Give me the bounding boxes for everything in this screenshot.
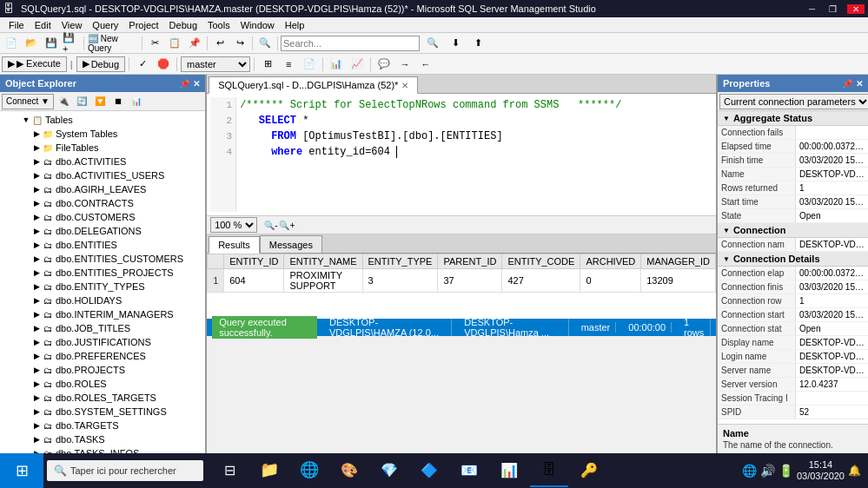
show-stats-btn[interactable]: 📈 (348, 56, 367, 73)
debug-btn[interactable]: ▶ Debug (76, 56, 125, 72)
search-btn[interactable]: 🔍 (255, 35, 275, 52)
menu-file[interactable]: File (3, 17, 30, 32)
holidays-expand[interactable]: ▶ (31, 295, 42, 306)
system-expand[interactable]: ▶ (31, 129, 42, 139)
query-tab[interactable]: SQLQuery1.sql - D...DGLPIS\Hamza (52)* ✕ (209, 76, 418, 94)
taskbar-item-app2[interactable]: 🔑 (570, 454, 608, 487)
zoom-out-btn[interactable]: 🔍- (264, 221, 277, 230)
outdent-btn[interactable]: ← (416, 56, 435, 73)
comment-btn[interactable]: 💬 (374, 56, 394, 73)
col-entity-id[interactable]: ENTITY_ID (224, 254, 284, 269)
zoom-in-btn[interactable]: 🔍+ (279, 221, 295, 230)
oe-report-btn[interactable]: 📊 (128, 94, 145, 109)
sql-editor[interactable]: 1 2 3 4 /****** Script for SelectTopNRow… (207, 94, 716, 215)
taskbar-item-ps[interactable]: 🎨 (330, 454, 368, 487)
new-file-btn[interactable]: 📄 (2, 35, 21, 52)
entities-node[interactable]: ▶ 🗂 dbo.ENTITIES (0, 238, 205, 252)
contracts-node[interactable]: ▶ 🗂 dbo.CONTRACTS (0, 196, 205, 210)
menu-project[interactable]: Project (123, 17, 163, 32)
customers-expand[interactable]: ▶ (31, 212, 42, 222)
search-next-btn[interactable]: ⬇ (446, 35, 465, 52)
taskbar-item-ai[interactable]: 💎 (370, 454, 408, 487)
oe-stop-btn[interactable]: ⏹ (109, 94, 127, 109)
menu-help[interactable]: Help (280, 17, 310, 32)
oe-refresh-btn[interactable]: 🔄 (73, 94, 90, 109)
copy-btn[interactable]: 📋 (165, 35, 184, 52)
pref-expand[interactable]: ▶ (31, 351, 42, 361)
close-btn[interactable]: ✕ (847, 4, 865, 14)
activities-expand[interactable]: ▶ (31, 156, 42, 167)
connect-button[interactable]: Connect ▼ (2, 94, 54, 109)
tasks-info-node[interactable]: ▶ 🗂 dbo.TASKS_INFOS (0, 446, 205, 453)
cell-entity-type[interactable]: 3 (362, 269, 438, 293)
conn-details-section[interactable]: ▼ Connection Details (718, 252, 868, 267)
activities-users-node[interactable]: ▶ 🗂 dbo.ACTIVITIES_USERS (0, 168, 205, 182)
cell-entity-code[interactable]: 427 (502, 269, 580, 293)
menu-edit[interactable]: Edit (30, 17, 56, 32)
minimize-btn[interactable]: ─ (805, 4, 818, 14)
agirh-node[interactable]: ▶ 🗂 dbo.AGIRH_LEAVES (0, 182, 205, 196)
zoom-select[interactable]: 100 % (210, 217, 257, 233)
roles-expand[interactable]: ▶ (31, 379, 42, 389)
activities-node[interactable]: ▶ 🗂 dbo.ACTIVITIES (0, 155, 205, 168)
roles-node[interactable]: ▶ 🗂 dbo.ROLES (0, 377, 205, 391)
cell-entity-name[interactable]: PROXIMITY SUPPORT (284, 269, 362, 293)
entities-expand[interactable]: ▶ (31, 240, 42, 250)
col-entity-type[interactable]: ENTITY_TYPE (362, 254, 438, 269)
open-btn[interactable]: 📂 (22, 35, 41, 52)
taskbar-item-excel[interactable]: 📊 (490, 454, 528, 487)
search-input[interactable] (281, 36, 420, 51)
ent-proj-expand[interactable]: ▶ (31, 267, 42, 278)
query-tab-close[interactable]: ✕ (401, 81, 408, 90)
just-node[interactable]: ▶ 🗂 dbo.JUSTIFICATIONS (0, 335, 205, 349)
oe-filter-btn[interactable]: 🔽 (91, 94, 109, 109)
editor-content[interactable]: /****** Script for SelectTopNRows comman… (236, 97, 712, 212)
col-archived[interactable]: ARCHIVED (580, 254, 641, 269)
menu-view[interactable]: View (56, 17, 88, 32)
taskbar-item-ssms[interactable]: 🗄 (530, 454, 568, 487)
taskbar-item-taskview[interactable]: ⊟ (210, 454, 248, 487)
sys-expand[interactable]: ▶ (31, 406, 42, 417)
results-tab[interactable]: Results (209, 236, 260, 254)
file-expand[interactable]: ▶ (31, 142, 42, 153)
paste-btn[interactable]: 📌 (185, 35, 204, 52)
col-parent-id[interactable]: PARENT_ID (438, 254, 502, 269)
tables-expand[interactable]: ▼ (21, 115, 31, 125)
new-query-btn[interactable]: 🔤 New Query (87, 35, 139, 52)
save-all-btn[interactable]: 💾+ (62, 35, 81, 52)
cell-entity-id[interactable]: 604 (224, 269, 284, 293)
tables-node[interactable]: ▼ 📋 Tables (0, 113, 205, 127)
search-prev-btn[interactable]: ⬆ (468, 35, 487, 52)
oe-close-btn[interactable]: ✕ (193, 79, 200, 89)
system-tables-node[interactable]: ▶ 📁 System Tables (0, 127, 205, 141)
search-go-btn[interactable]: 🔍 (423, 35, 442, 52)
targets-expand[interactable]: ▶ (31, 420, 42, 431)
pref-node[interactable]: ▶ 🗂 dbo.PREFERENCES (0, 349, 205, 363)
act-users-expand[interactable]: ▶ (31, 170, 42, 181)
prop-pin-btn[interactable]: 📌 (842, 79, 852, 89)
taskbar-clock[interactable]: 15:14 03/03/2020 (797, 459, 845, 482)
save-btn[interactable]: 💾 (42, 35, 61, 52)
prop-close-btn[interactable]: ✕ (856, 79, 863, 89)
taskbar-item-edge[interactable]: 🌐 (290, 454, 328, 487)
parse-btn[interactable]: ✓ (133, 56, 152, 73)
start-button[interactable]: ⊞ (0, 453, 43, 488)
delegations-expand[interactable]: ▶ (31, 226, 42, 236)
include-plan-btn[interactable]: 📊 (327, 56, 346, 73)
menu-window[interactable]: Window (235, 17, 280, 32)
col-entity-code[interactable]: ENTITY_CODE (502, 254, 580, 269)
interim-node[interactable]: ▶ 🗂 dbo.INTERIM_MANAGERS (0, 307, 205, 321)
cell-manager-id[interactable]: 13209 (641, 269, 716, 293)
results-grid-btn[interactable]: ⊞ (258, 56, 277, 73)
taskbar-item-vs[interactable]: 🔷 (410, 454, 448, 487)
cancel-btn[interactable]: 🛑 (154, 56, 173, 73)
redo-btn[interactable]: ↪ (230, 35, 249, 52)
menu-tools[interactable]: Tools (202, 17, 235, 32)
job-expand[interactable]: ▶ (31, 323, 42, 333)
notification-icon[interactable]: 🔔 (848, 465, 861, 477)
agirh-expand[interactable]: ▶ (31, 184, 42, 195)
results-file-btn[interactable]: 📄 (300, 56, 319, 73)
results-text-btn[interactable]: ≡ (279, 56, 298, 73)
indent-btn[interactable]: → (395, 56, 414, 73)
projects-node[interactable]: ▶ 🗂 dbo.PROJECTS (0, 363, 205, 377)
